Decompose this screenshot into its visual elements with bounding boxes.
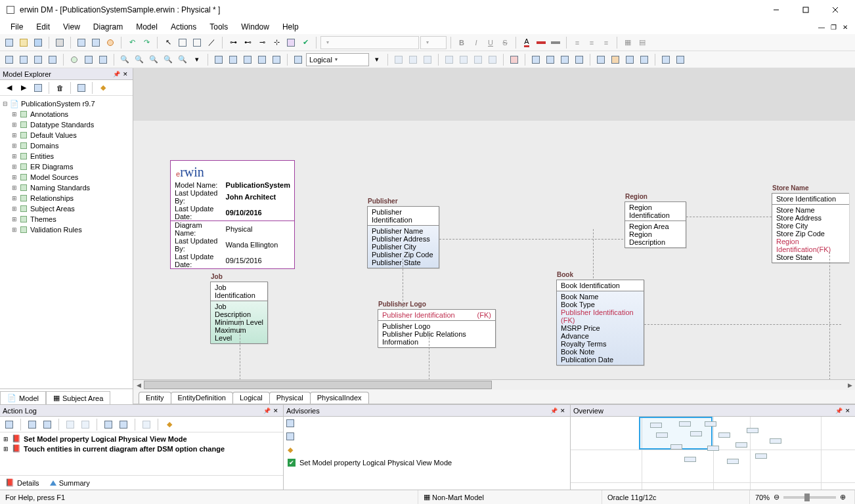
twisty-icon[interactable]: ⊞ — [11, 226, 18, 233]
layout3-icon[interactable] — [241, 53, 254, 66]
font-size-combo[interactable]: ▾ — [420, 36, 447, 49]
tree-item[interactable]: Datatype Standards — [30, 121, 94, 129]
explorer-fwd-icon[interactable]: ▶ — [17, 81, 30, 94]
tool-a-icon[interactable] — [594, 53, 607, 66]
zoom-slider[interactable] — [783, 496, 836, 499]
layout4-icon[interactable] — [255, 53, 269, 66]
close-icon[interactable]: ✕ — [558, 406, 567, 415]
sync-icon[interactable] — [104, 36, 117, 49]
entity-book[interactable]: Book Book Identification Book NameBook T… — [556, 280, 644, 366]
advisory-row[interactable]: Set Model property Logical Physical View… — [299, 459, 452, 467]
explorer-find-icon[interactable] — [75, 81, 88, 94]
twisty-icon[interactable]: ⊞ — [11, 132, 18, 138]
twisty-icon[interactable]: ⊞ — [11, 216, 18, 222]
mdi-close[interactable]: ✕ — [839, 22, 851, 32]
mdi-minimize[interactable]: — — [816, 22, 827, 32]
undo-icon[interactable]: ↶ — [125, 36, 139, 49]
action-log-list[interactable]: ⊞📕Set Model property Logical Physical Vi… — [0, 432, 283, 475]
fe1-icon[interactable] — [529, 53, 542, 66]
menu-tools[interactable]: Tools — [203, 21, 234, 33]
tb2-6-icon[interactable] — [82, 53, 95, 66]
tree-item[interactable]: Default Values — [30, 131, 77, 139]
rect-icon[interactable] — [176, 36, 189, 49]
tb2-7-icon[interactable] — [97, 53, 110, 66]
underline-icon[interactable]: U — [484, 36, 497, 49]
view-icon[interactable] — [89, 36, 102, 49]
new-icon[interactable] — [3, 36, 16, 49]
explorer-up-icon[interactable] — [32, 81, 45, 94]
twisty-icon[interactable]: ⊞ — [11, 195, 18, 201]
strike-icon[interactable]: S — [498, 36, 512, 49]
mart4-icon[interactable] — [443, 53, 456, 66]
zoom-in-button[interactable]: ⊕ — [840, 493, 846, 501]
pin-icon[interactable]: 📌 — [834, 406, 843, 415]
rel2-icon[interactable]: ⊷ — [241, 36, 254, 49]
adv-tag-icon[interactable]: ◆ — [284, 443, 297, 456]
pointer-icon[interactable]: ↖ — [162, 36, 175, 49]
print-icon[interactable] — [53, 36, 66, 49]
twisty-icon[interactable]: ⊞ — [11, 121, 18, 128]
al-tb2-icon[interactable] — [26, 418, 39, 431]
mart2-icon[interactable] — [406, 53, 420, 66]
fe2-icon[interactable] — [544, 53, 557, 66]
tb2-more-icon[interactable]: ▾ — [370, 53, 384, 66]
rel3-icon[interactable]: ⊸ — [255, 36, 269, 49]
compare-icon[interactable] — [508, 53, 521, 66]
action-log-tab-details[interactable]: 📕 Details — [0, 476, 45, 490]
tool-f-icon[interactable] — [674, 53, 687, 66]
twisty-icon[interactable]: ⊞ — [11, 142, 18, 149]
mart7-icon[interactable] — [486, 53, 499, 66]
explorer-back-icon[interactable]: ◀ — [3, 81, 16, 94]
entity-publisher-logo[interactable]: Publisher Logo Publisher Identification … — [378, 309, 496, 348]
zoom-out-icon[interactable]: 🔍 — [133, 53, 146, 66]
tree-item[interactable]: Annotations — [30, 110, 68, 118]
tool-e-icon[interactable] — [659, 53, 672, 66]
zoom-region-icon[interactable]: 🔍 — [176, 53, 189, 66]
tree-item[interactable]: Domains — [30, 142, 58, 150]
view-combo[interactable]: Logical▾ — [306, 53, 369, 66]
mart6-icon[interactable] — [471, 53, 485, 66]
pin-icon[interactable]: 📌 — [112, 70, 121, 79]
zoom-in-icon[interactable]: 🔍 — [118, 53, 131, 66]
al-tb3-icon[interactable] — [41, 418, 54, 431]
layout2-icon[interactable] — [227, 53, 240, 66]
canvas-tab-entity[interactable]: Entity — [139, 392, 171, 404]
twisty-icon[interactable]: ⊞ — [11, 111, 18, 117]
grid-icon[interactable]: ▦ — [621, 36, 634, 49]
menu-actions[interactable]: Actions — [164, 21, 203, 33]
diagram-canvas[interactable]: erwin Model Name:PublicationSystem Last … — [133, 68, 855, 379]
check-icon[interactable]: ✔ — [299, 36, 312, 49]
al-tb6-icon[interactable] — [102, 418, 115, 431]
mart3-icon[interactable] — [421, 53, 434, 66]
mart5-icon[interactable] — [457, 53, 470, 66]
minimize-button[interactable] — [761, 1, 791, 19]
mart1-icon[interactable] — [392, 53, 405, 66]
scroll-left-icon[interactable]: ◀ — [133, 380, 144, 390]
bold-icon[interactable]: B — [455, 36, 468, 49]
twisty-icon[interactable]: ⊞ — [11, 174, 18, 180]
adv-copy-icon[interactable] — [284, 430, 297, 443]
tool-d-icon[interactable] — [638, 53, 651, 66]
close-icon[interactable]: ✕ — [121, 70, 130, 79]
twisty-icon[interactable]: ⊞ — [11, 205, 18, 212]
layout5-icon[interactable] — [270, 53, 283, 66]
pin-icon[interactable]: 📌 — [262, 406, 271, 415]
tree-item[interactable]: ER Diagrams — [30, 163, 73, 171]
entity-publisher[interactable]: Publisher Publisher Identification Publi… — [367, 206, 439, 268]
tb2-4-icon[interactable] — [46, 53, 59, 66]
line-icon[interactable]: ／ — [205, 36, 218, 49]
mdi-restore[interactable]: ❐ — [827, 22, 839, 32]
explorer-tree[interactable]: ⊟ 📄 PublicationSystem r9.7 ⊞Annotations⊞… — [0, 96, 133, 388]
line-color-icon[interactable] — [549, 36, 562, 49]
explorer-tab-model[interactable]: 📄 Model — [0, 391, 46, 404]
overview-canvas[interactable] — [571, 417, 855, 490]
menu-help[interactable]: Help — [276, 21, 305, 33]
action-log-row[interactable]: Set Model property Logical Physical View… — [24, 435, 187, 443]
al-tb7-icon[interactable] — [117, 418, 130, 431]
open-icon[interactable] — [17, 36, 30, 49]
canvas-tab-physical[interactable]: Physical — [269, 392, 311, 404]
display-mode-icon[interactable] — [292, 53, 305, 66]
maximize-button[interactable] — [791, 1, 820, 19]
advisories-list[interactable]: ✔Set Model property Logical Physical Vie… — [284, 456, 570, 490]
tree-item[interactable]: Entities — [30, 152, 54, 160]
